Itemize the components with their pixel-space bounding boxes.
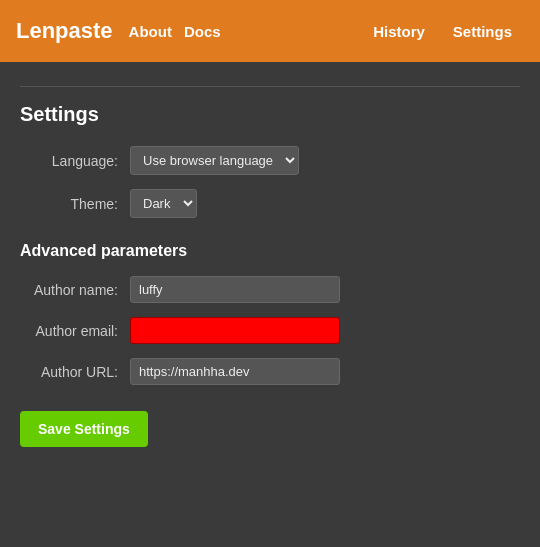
settings-link[interactable]: Settings	[453, 23, 512, 40]
author-email-input[interactable]	[130, 317, 340, 344]
history-link[interactable]: History	[373, 23, 425, 40]
theme-label: Theme:	[20, 196, 130, 212]
language-row: Language: Use browser language English R…	[20, 146, 520, 175]
nav-right: History Settings	[373, 23, 524, 40]
theme-select[interactable]: Dark Light	[130, 189, 197, 218]
author-url-row: Author URL:	[20, 358, 520, 385]
author-name-label: Author name:	[20, 282, 130, 298]
language-label: Language:	[20, 153, 130, 169]
author-url-label: Author URL:	[20, 364, 130, 380]
nav-left: Lenpaste About Docs	[16, 18, 373, 44]
author-email-label: Author email:	[20, 323, 130, 339]
save-settings-button[interactable]: Save Settings	[20, 411, 148, 447]
main-content: Settings Language: Use browser language …	[0, 62, 540, 471]
author-email-row: Author email:	[20, 317, 520, 344]
brand-logo[interactable]: Lenpaste	[16, 18, 113, 44]
author-url-input[interactable]	[130, 358, 340, 385]
settings-heading: Settings	[20, 103, 520, 126]
advanced-heading: Advanced parameters	[20, 242, 520, 260]
theme-row: Theme: Dark Light	[20, 189, 520, 218]
navbar: Lenpaste About Docs History Settings	[0, 0, 540, 62]
docs-link[interactable]: Docs	[184, 23, 221, 40]
author-name-input[interactable]	[130, 276, 340, 303]
divider	[20, 86, 520, 87]
about-link[interactable]: About	[129, 23, 172, 40]
author-name-row: Author name:	[20, 276, 520, 303]
language-select[interactable]: Use browser language English Russian Ger…	[130, 146, 299, 175]
